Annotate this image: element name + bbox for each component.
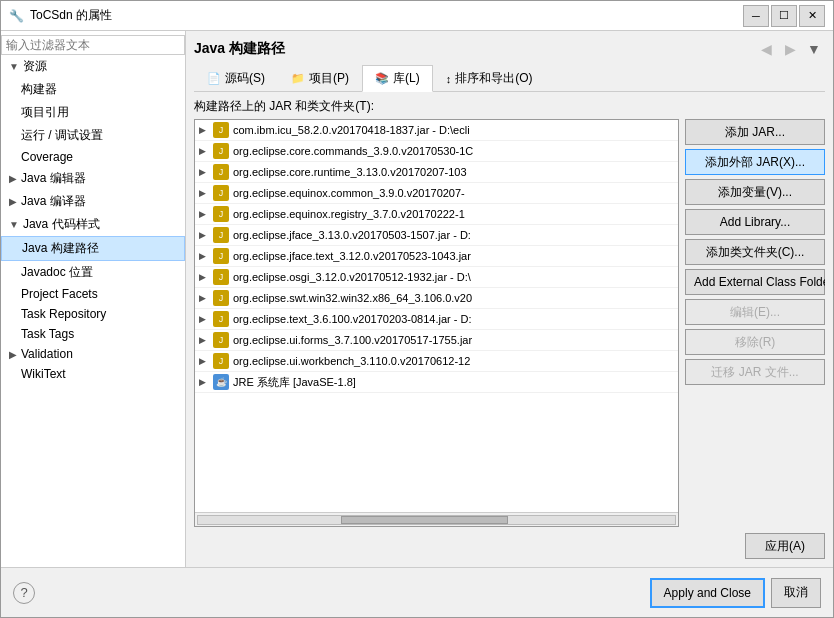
- minimize-button[interactable]: ─: [743, 5, 769, 27]
- jar-icon: J: [213, 122, 229, 138]
- item-arrow: ▶: [199, 335, 209, 345]
- cancel-button[interactable]: 取消: [771, 578, 821, 608]
- item-arrow: ▶: [199, 146, 209, 156]
- titlebar-left: 🔧 ToCSdn 的属性: [9, 7, 112, 24]
- item-arrow: ▶: [199, 209, 209, 219]
- window-title: ToCSdn 的属性: [30, 7, 112, 24]
- jar-icon: J: [213, 143, 229, 159]
- sidebar-item-project-facets[interactable]: Project Facets: [1, 284, 185, 304]
- edit-button[interactable]: 编辑(E)...: [685, 299, 825, 325]
- sidebar-item-task-tags[interactable]: Task Tags: [1, 324, 185, 344]
- sidebar-item-builder[interactable]: 构建器: [1, 78, 185, 101]
- add-external-jar-button[interactable]: 添加外部 JAR(X)...: [685, 149, 825, 175]
- list-item-jre[interactable]: ▶ ☕ JRE 系统库 [JavaSE-1.8]: [195, 372, 678, 393]
- item-arrow: ▶: [199, 293, 209, 303]
- list-item[interactable]: ▶ J org.eclipse.ui.forms_3.7.100.v201705…: [195, 330, 678, 351]
- sidebar-item-java-editor[interactable]: ▶ Java 编辑器: [1, 167, 185, 190]
- help-button[interactable]: ?: [13, 582, 35, 604]
- collapse-arrow-editor: ▶: [9, 173, 17, 184]
- collapse-arrow-compiler: ▶: [9, 196, 17, 207]
- item-arrow: ▶: [199, 272, 209, 282]
- add-variable-button[interactable]: 添加变量(V)...: [685, 179, 825, 205]
- sidebar-item-project-ref[interactable]: 项目引用: [1, 101, 185, 124]
- window-controls: ─ ☐ ✕: [743, 5, 825, 27]
- nav-menu-button[interactable]: ▼: [803, 39, 825, 59]
- tab-order[interactable]: ↕ 排序和导出(O): [433, 65, 546, 91]
- add-jar-button[interactable]: 添加 JAR...: [685, 119, 825, 145]
- tab-libraries[interactable]: 📚 库(L): [362, 65, 433, 92]
- close-button[interactable]: ✕: [799, 5, 825, 27]
- jar-panel: ▶ J com.ibm.icu_58.2.0.v20170418-1837.ja…: [194, 119, 825, 527]
- item-arrow: ▶: [199, 377, 209, 387]
- sidebar-item-wikitext[interactable]: WikiText: [1, 364, 185, 384]
- list-item[interactable]: ▶ J org.eclipse.core.commands_3.9.0.v201…: [195, 141, 678, 162]
- panel-title: Java 构建路径: [194, 40, 285, 58]
- collapse-arrow-style: ▼: [9, 219, 19, 230]
- sidebar-item-resources[interactable]: ▼ 资源: [1, 55, 185, 78]
- item-arrow: ▶: [199, 230, 209, 240]
- add-class-folder-button[interactable]: 添加类文件夹(C)...: [685, 239, 825, 265]
- add-external-class-folder-button[interactable]: Add External Class Folder...: [685, 269, 825, 295]
- list-item[interactable]: ▶ J org.eclipse.osgi_3.12.0.v20170512-19…: [195, 267, 678, 288]
- content-area: ▼ 资源 构建器 项目引用 运行 / 调试设置 Coverage ▶ Java …: [1, 31, 833, 567]
- maximize-button[interactable]: ☐: [771, 5, 797, 27]
- item-arrow: ▶: [199, 251, 209, 261]
- apply-close-button[interactable]: Apply and Close: [650, 578, 765, 608]
- jar-icon: J: [213, 185, 229, 201]
- jar-list[interactable]: ▶ J com.ibm.icu_58.2.0.v20170418-1837.ja…: [195, 120, 678, 512]
- list-item[interactable]: ▶ J org.eclipse.equinox.common_3.9.0.v20…: [195, 183, 678, 204]
- sidebar-item-task-repository[interactable]: Task Repository: [1, 304, 185, 324]
- filter-input[interactable]: [1, 35, 185, 55]
- sidebar-item-run-debug[interactable]: 运行 / 调试设置: [1, 124, 185, 147]
- list-item[interactable]: ▶ J org.eclipse.equinox.registry_3.7.0.v…: [195, 204, 678, 225]
- list-item[interactable]: ▶ J org.eclipse.swt.win32.win32.x86_64_3…: [195, 288, 678, 309]
- list-item[interactable]: ▶ J com.ibm.icu_58.2.0.v20170418-1837.ja…: [195, 120, 678, 141]
- sidebar-item-coverage[interactable]: Coverage: [1, 147, 185, 167]
- add-library-button[interactable]: Add Library...: [685, 209, 825, 235]
- item-arrow: ▶: [199, 125, 209, 135]
- jar-icon: J: [213, 227, 229, 243]
- scroll-thumb: [341, 516, 508, 524]
- apply-row: 应用(A): [194, 533, 825, 559]
- nav-arrows: ◀ ▶ ▼: [755, 39, 825, 59]
- main-panel: Java 构建路径 ◀ ▶ ▼ 📄 源码(S) 📁 项目(P) �: [186, 31, 833, 567]
- jar-icon: J: [213, 269, 229, 285]
- jar-icon: J: [213, 206, 229, 222]
- list-item[interactable]: ▶ J org.eclipse.jface_3.13.0.v20170503-1…: [195, 225, 678, 246]
- item-arrow: ▶: [199, 188, 209, 198]
- nav-back-button[interactable]: ◀: [755, 39, 777, 59]
- list-item[interactable]: ▶ J org.eclipse.ui.workbench_3.110.0.v20…: [195, 351, 678, 372]
- list-item[interactable]: ▶ J org.eclipse.jface.text_3.12.0.v20170…: [195, 246, 678, 267]
- remove-button[interactable]: 移除(R): [685, 329, 825, 355]
- migrate-jar-button[interactable]: 迁移 JAR 文件...: [685, 359, 825, 385]
- collapse-arrow-validation: ▶: [9, 349, 17, 360]
- bottom-bar: ? Apply and Close 取消: [1, 567, 833, 617]
- jar-icon: J: [213, 311, 229, 327]
- tab-projects[interactable]: 📁 项目(P): [278, 65, 362, 91]
- tabs-bar: 📄 源码(S) 📁 项目(P) 📚 库(L) ↕ 排序和导出(O): [194, 65, 825, 92]
- titlebar: 🔧 ToCSdn 的属性 ─ ☐ ✕: [1, 1, 833, 31]
- libraries-tab-icon: 📚: [375, 72, 389, 85]
- nav-forward-button[interactable]: ▶: [779, 39, 801, 59]
- jar-icon: J: [213, 290, 229, 306]
- sidebar-item-validation[interactable]: ▶ Validation: [1, 344, 185, 364]
- jar-list-container: ▶ J com.ibm.icu_58.2.0.v20170418-1837.ja…: [194, 119, 679, 527]
- button-panel: 添加 JAR... 添加外部 JAR(X)... 添加变量(V)... Add …: [685, 119, 825, 527]
- source-tab-icon: 📄: [207, 72, 221, 85]
- order-tab-icon: ↕: [446, 73, 452, 85]
- list-item[interactable]: ▶ J org.eclipse.core.runtime_3.13.0.v201…: [195, 162, 678, 183]
- sidebar-item-java-compiler[interactable]: ▶ Java 编译器: [1, 190, 185, 213]
- main-window: 🔧 ToCSdn 的属性 ─ ☐ ✕ ▼ 资源 构建器 项目引用 运行 / 调试…: [0, 0, 834, 618]
- apply-button[interactable]: 应用(A): [745, 533, 825, 559]
- panel-header: Java 构建路径 ◀ ▶ ▼: [194, 39, 825, 59]
- list-item[interactable]: ▶ J org.eclipse.text_3.6.100.v20170203-0…: [195, 309, 678, 330]
- sidebar-item-java-build-path[interactable]: Java 构建路径: [1, 236, 185, 261]
- horizontal-scrollbar[interactable]: [195, 512, 678, 526]
- item-arrow: ▶: [199, 356, 209, 366]
- jar-icon: J: [213, 332, 229, 348]
- app-icon: 🔧: [9, 9, 24, 23]
- sidebar-item-javadoc[interactable]: Javadoc 位置: [1, 261, 185, 284]
- tab-source[interactable]: 📄 源码(S): [194, 65, 278, 91]
- collapse-arrow: ▼: [9, 61, 19, 72]
- sidebar-item-java-code-style[interactable]: ▼ Java 代码样式: [1, 213, 185, 236]
